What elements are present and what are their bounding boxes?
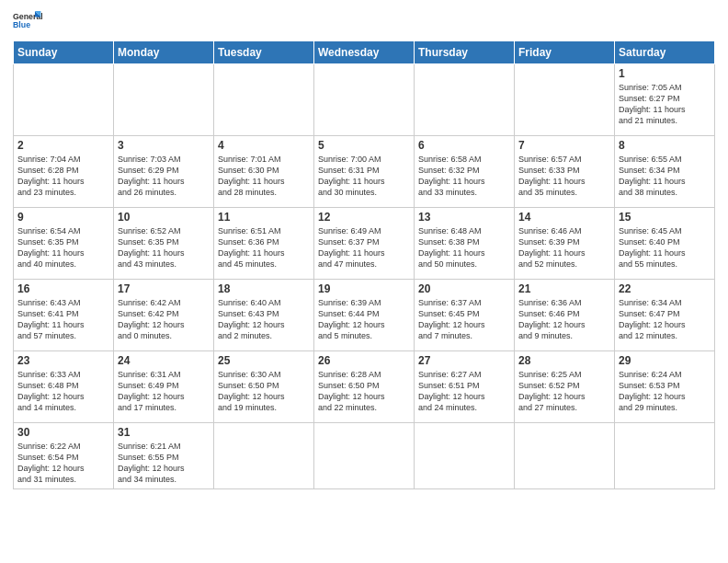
day-number: 16 — [17, 282, 109, 295]
day-info: Sunrise: 6:27 AM Sunset: 6:51 PM Dayligh… — [418, 369, 510, 414]
day-cell: 8Sunrise: 6:55 AM Sunset: 6:34 PM Daylig… — [615, 136, 715, 208]
week-row-3: 9Sunrise: 6:54 AM Sunset: 6:35 PM Daylig… — [14, 208, 715, 280]
week-row-1: 1Sunrise: 7:05 AM Sunset: 6:27 PM Daylig… — [14, 64, 715, 136]
day-number: 31 — [118, 426, 210, 439]
day-info: Sunrise: 6:22 AM Sunset: 6:54 PM Dayligh… — [17, 441, 109, 486]
day-number: 17 — [118, 282, 210, 295]
day-number: 5 — [318, 139, 410, 152]
day-cell — [415, 64, 515, 136]
day-cell — [314, 64, 415, 136]
day-number: 10 — [118, 211, 210, 224]
day-number: 1 — [619, 67, 711, 80]
day-cell: 25Sunrise: 6:30 AM Sunset: 6:50 PM Dayli… — [214, 351, 314, 423]
day-number: 18 — [218, 282, 310, 295]
day-cell: 24Sunrise: 6:31 AM Sunset: 6:49 PM Dayli… — [114, 351, 214, 423]
header-area: General Blue — [13, 9, 715, 35]
day-number: 26 — [318, 354, 410, 367]
day-number: 21 — [518, 282, 610, 295]
day-cell — [114, 64, 214, 136]
day-number: 14 — [518, 211, 610, 224]
day-cell: 29Sunrise: 6:24 AM Sunset: 6:53 PM Dayli… — [615, 351, 715, 423]
day-info: Sunrise: 6:57 AM Sunset: 6:33 PM Dayligh… — [518, 154, 610, 199]
weekday-header-friday: Friday — [515, 41, 615, 64]
weekday-header-row: SundayMondayTuesdayWednesdayThursdayFrid… — [14, 41, 715, 64]
generalblue-logo-icon: General Blue — [13, 9, 42, 35]
day-cell: 16Sunrise: 6:43 AM Sunset: 6:41 PM Dayli… — [14, 280, 114, 351]
weekday-header-tuesday: Tuesday — [214, 41, 314, 64]
day-info: Sunrise: 6:42 AM Sunset: 6:42 PM Dayligh… — [118, 297, 210, 342]
day-cell: 19Sunrise: 6:39 AM Sunset: 6:44 PM Dayli… — [314, 280, 415, 351]
day-cell: 30Sunrise: 6:22 AM Sunset: 6:54 PM Dayli… — [14, 423, 114, 489]
day-info: Sunrise: 7:01 AM Sunset: 6:30 PM Dayligh… — [218, 154, 310, 199]
day-info: Sunrise: 6:21 AM Sunset: 6:55 PM Dayligh… — [118, 441, 210, 486]
day-cell: 4Sunrise: 7:01 AM Sunset: 6:30 PM Daylig… — [214, 136, 314, 208]
day-info: Sunrise: 6:40 AM Sunset: 6:43 PM Dayligh… — [218, 297, 310, 342]
day-number: 8 — [619, 139, 711, 152]
day-info: Sunrise: 6:39 AM Sunset: 6:44 PM Dayligh… — [318, 297, 410, 342]
week-row-5: 23Sunrise: 6:33 AM Sunset: 6:48 PM Dayli… — [14, 351, 715, 423]
svg-text:Blue: Blue — [13, 20, 30, 29]
day-cell — [515, 64, 615, 136]
logo: General Blue — [13, 9, 42, 35]
weekday-header-monday: Monday — [114, 41, 214, 64]
day-cell — [314, 423, 415, 489]
day-info: Sunrise: 6:49 AM Sunset: 6:37 PM Dayligh… — [318, 225, 410, 270]
day-cell: 14Sunrise: 6:46 AM Sunset: 6:39 PM Dayli… — [515, 208, 615, 280]
day-cell: 10Sunrise: 6:52 AM Sunset: 6:35 PM Dayli… — [114, 208, 214, 280]
day-number: 22 — [619, 282, 711, 295]
day-info: Sunrise: 6:48 AM Sunset: 6:38 PM Dayligh… — [418, 225, 510, 270]
day-cell: 13Sunrise: 6:48 AM Sunset: 6:38 PM Dayli… — [415, 208, 515, 280]
day-number: 4 — [218, 139, 310, 152]
day-info: Sunrise: 6:30 AM Sunset: 6:50 PM Dayligh… — [218, 369, 310, 414]
day-cell: 7Sunrise: 6:57 AM Sunset: 6:33 PM Daylig… — [515, 136, 615, 208]
day-cell: 9Sunrise: 6:54 AM Sunset: 6:35 PM Daylig… — [14, 208, 114, 280]
weekday-header-sunday: Sunday — [14, 41, 114, 64]
day-number: 23 — [17, 354, 109, 367]
day-number: 13 — [418, 211, 510, 224]
day-cell: 17Sunrise: 6:42 AM Sunset: 6:42 PM Dayli… — [114, 280, 214, 351]
day-cell: 5Sunrise: 7:00 AM Sunset: 6:31 PM Daylig… — [314, 136, 415, 208]
day-info: Sunrise: 6:46 AM Sunset: 6:39 PM Dayligh… — [518, 225, 610, 270]
day-info: Sunrise: 6:33 AM Sunset: 6:48 PM Dayligh… — [17, 369, 109, 414]
day-number: 9 — [17, 211, 109, 224]
day-number: 24 — [118, 354, 210, 367]
day-cell: 28Sunrise: 6:25 AM Sunset: 6:52 PM Dayli… — [515, 351, 615, 423]
day-info: Sunrise: 7:03 AM Sunset: 6:29 PM Dayligh… — [118, 154, 210, 199]
day-cell: 15Sunrise: 6:45 AM Sunset: 6:40 PM Dayli… — [615, 208, 715, 280]
day-number: 29 — [619, 354, 711, 367]
day-number: 3 — [118, 139, 210, 152]
day-cell: 6Sunrise: 6:58 AM Sunset: 6:32 PM Daylig… — [415, 136, 515, 208]
calendar-table: SundayMondayTuesdayWednesdayThursdayFrid… — [13, 40, 715, 489]
day-cell: 11Sunrise: 6:51 AM Sunset: 6:36 PM Dayli… — [214, 208, 314, 280]
day-number: 6 — [418, 139, 510, 152]
day-number: 12 — [318, 211, 410, 224]
day-cell — [415, 423, 515, 489]
day-info: Sunrise: 6:31 AM Sunset: 6:49 PM Dayligh… — [118, 369, 210, 414]
week-row-2: 2Sunrise: 7:04 AM Sunset: 6:28 PM Daylig… — [14, 136, 715, 208]
day-number: 28 — [518, 354, 610, 367]
day-info: Sunrise: 6:34 AM Sunset: 6:47 PM Dayligh… — [619, 297, 711, 342]
day-info: Sunrise: 6:55 AM Sunset: 6:34 PM Dayligh… — [619, 154, 711, 199]
day-cell: 22Sunrise: 6:34 AM Sunset: 6:47 PM Dayli… — [615, 280, 715, 351]
day-cell: 31Sunrise: 6:21 AM Sunset: 6:55 PM Dayli… — [114, 423, 214, 489]
day-cell — [214, 423, 314, 489]
day-info: Sunrise: 6:43 AM Sunset: 6:41 PM Dayligh… — [17, 297, 109, 342]
day-cell — [615, 423, 715, 489]
day-number: 11 — [218, 211, 310, 224]
day-number: 7 — [518, 139, 610, 152]
day-number: 2 — [17, 139, 109, 152]
day-cell — [14, 64, 114, 136]
day-cell: 21Sunrise: 6:36 AM Sunset: 6:46 PM Dayli… — [515, 280, 615, 351]
day-number: 25 — [218, 354, 310, 367]
day-info: Sunrise: 6:28 AM Sunset: 6:50 PM Dayligh… — [318, 369, 410, 414]
day-cell: 2Sunrise: 7:04 AM Sunset: 6:28 PM Daylig… — [14, 136, 114, 208]
page: General Blue SundayMondayTuesdayWednesda… — [0, 0, 728, 563]
day-cell — [214, 64, 314, 136]
day-number: 15 — [619, 211, 711, 224]
day-info: Sunrise: 6:52 AM Sunset: 6:35 PM Dayligh… — [118, 225, 210, 270]
day-number: 20 — [418, 282, 510, 295]
day-cell: 20Sunrise: 6:37 AM Sunset: 6:45 PM Dayli… — [415, 280, 515, 351]
day-info: Sunrise: 6:24 AM Sunset: 6:53 PM Dayligh… — [619, 369, 711, 414]
day-cell: 23Sunrise: 6:33 AM Sunset: 6:48 PM Dayli… — [14, 351, 114, 423]
week-row-6: 30Sunrise: 6:22 AM Sunset: 6:54 PM Dayli… — [14, 423, 715, 489]
